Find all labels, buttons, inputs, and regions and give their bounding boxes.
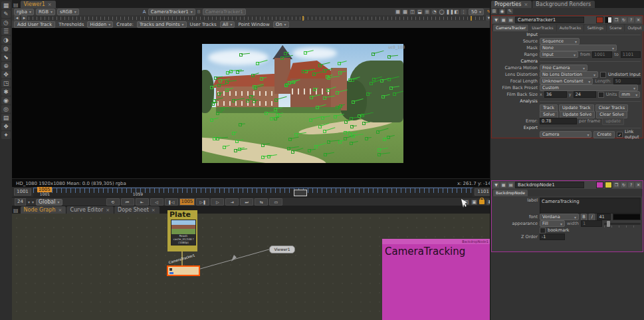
slider-handle[interactable] [607, 221, 610, 227]
tab-dope-sheet[interactable]: Dope Sheet× [114, 206, 160, 214]
units-dropdown[interactable]: mm▾ [619, 91, 640, 98]
export-dropdown[interactable]: Camera▾ [540, 131, 591, 138]
tab-settings[interactable]: Settings [584, 25, 606, 31]
input-a-dropdown[interactable]: CameraTracker1▾ [148, 9, 195, 15]
undistort-checkbox[interactable] [600, 72, 606, 78]
proxy-toggle-icon[interactable]: ▣ [471, 200, 477, 205]
bold-button[interactable]: B [581, 214, 587, 221]
range-mode-dropdown[interactable]: Global▾ [36, 199, 62, 206]
help-icon[interactable]: ? [628, 17, 634, 23]
units-checkbox[interactable] [598, 92, 604, 98]
keyframe-strip[interactable] [29, 17, 484, 20]
node-name-field[interactable]: BackdropNode1 [515, 182, 584, 188]
error-update-button[interactable]: update [602, 118, 624, 125]
node-color-swatch[interactable] [596, 182, 603, 188]
help-icon[interactable]: ? [628, 182, 634, 188]
close-icon[interactable]: × [524, 2, 528, 7]
monitor-out-icon[interactable]: ⬓ [417, 9, 423, 15]
camera-motion-dropdown[interactable]: Free Camera▾ [540, 65, 588, 71]
close-icon[interactable]: × [58, 208, 62, 213]
strip-fwd-icon[interactable]: ▸ [21, 15, 27, 21]
add-user-track-button[interactable]: Add User Track [14, 21, 55, 28]
error-field[interactable]: 0.78 [540, 118, 577, 124]
other-icon[interactable]: ✦ [1, 131, 11, 139]
tab-properties[interactable]: Properties × [491, 1, 532, 8]
close-icon[interactable]: ✕ [635, 182, 641, 188]
toolsets-icon[interactable]: ❖ [1, 122, 11, 130]
range-b-icon[interactable]: ▭ [269, 198, 282, 206]
italic-button[interactable]: / [589, 214, 595, 221]
thresholds-dropdown[interactable]: Hidden▾ [87, 21, 113, 28]
tab-cameratracker[interactable]: CameraTracker [493, 25, 528, 31]
center-icon[interactable]: ▦ [500, 17, 506, 23]
fb-x-field[interactable]: 36 [544, 91, 567, 98]
checker-icon[interactable]: ▩ [402, 9, 408, 15]
update-track-button[interactable]: Update Track [559, 104, 594, 112]
proxy-icon[interactable]: ◧ [453, 9, 459, 15]
range-from-field[interactable]: 1001 [592, 51, 612, 58]
goto-end-icon[interactable]: ⏭ [240, 198, 253, 206]
strip-back-icon[interactable]: ◂ [14, 15, 20, 21]
source-dropdown[interactable]: Sequence▾ [540, 38, 580, 45]
draw-icon[interactable]: ✎ [1, 10, 11, 18]
wipe-icon[interactable]: ◫ [409, 9, 415, 15]
caret-icon[interactable]: ▾ [28, 200, 30, 204]
time-icon[interactable]: ◷ [1, 19, 11, 27]
range-a-icon[interactable]: ⇆ [255, 198, 268, 206]
caret-icon[interactable]: ▾ [32, 200, 34, 204]
point-window-dropdown[interactable]: On▾ [273, 21, 289, 28]
focal-length-dropdown[interactable]: Unknown Constant▾ [540, 78, 593, 84]
roi-icon[interactable]: ◯ [439, 9, 445, 15]
channel-icon[interactable]: ☰ [1, 27, 11, 35]
cameratracker-node[interactable] [167, 265, 200, 276]
link-output-checkbox[interactable]: ✓ [617, 132, 623, 138]
image-icon[interactable]: ▦ [1, 1, 11, 9]
play-back-icon[interactable]: ❚◁ [165, 198, 178, 206]
channels-icon[interactable]: ☰ [424, 9, 430, 15]
pane-menu-icon[interactable]: ▤ [13, 2, 19, 8]
manage-icon[interactable]: ▤ [508, 17, 514, 23]
close-icon[interactable]: ✕ [635, 17, 641, 23]
tab-output[interactable]: Output [625, 25, 644, 31]
font-dropdown[interactable]: Verdana▾ [540, 214, 579, 220]
layout-icon[interactable]: ⊞ [491, 9, 497, 14]
tab-scene[interactable]: Scene [607, 25, 624, 31]
merge-icon[interactable]: ⊕ [1, 62, 11, 70]
mask-dropdown[interactable]: None▾ [540, 45, 617, 51]
loop-icon[interactable]: ⟲ [106, 198, 120, 206]
tab-backdropnode[interactable]: BackdropNode [493, 190, 528, 196]
filmback-preset-dropdown[interactable]: Custom▾ [540, 84, 638, 91]
lut-dropdown[interactable]: sRGB▾ [57, 9, 79, 15]
lock-icon[interactable] [479, 200, 484, 204]
font-color-swatch[interactable] [613, 214, 641, 220]
goto-start-icon[interactable]: ⏮ [121, 198, 134, 206]
channels-dropdown[interactable]: rgba▾ [14, 9, 34, 15]
create-dropdown[interactable]: Tracks and Points▾ [137, 21, 187, 28]
edit-icon[interactable]: ✎ [507, 9, 513, 14]
manage-icon[interactable]: ▤ [508, 182, 514, 188]
color-icon[interactable]: ◑ [1, 36, 11, 44]
track-button[interactable]: Track [540, 104, 558, 112]
step-back-icon[interactable]: ◁ [150, 198, 163, 206]
gl-color-swatch[interactable] [605, 17, 612, 23]
collapse-icon[interactable]: ▼ [493, 182, 499, 188]
collapse-icon[interactable]: ▼ [493, 17, 499, 23]
width-field[interactable]: 1 [581, 220, 602, 227]
tab-usertracks[interactable]: UserTracks [529, 25, 556, 31]
clear-tracks-button[interactable]: Clear Tracks [595, 104, 628, 112]
step-fwd-icon[interactable]: ▷ [211, 198, 224, 206]
read-node[interactable]: Read1 castle_01/108 f (1080p) [171, 220, 196, 245]
create-button[interactable]: Create [593, 131, 615, 138]
deep-icon[interactable]: ◉ [1, 96, 11, 104]
playhead[interactable]: 1005 [37, 187, 52, 192]
range-dropdown[interactable]: Input▾ [540, 51, 578, 58]
timeline-strip[interactable]: 1005 1001 1059 [33, 188, 473, 197]
pin-icon[interactable]: ◉ [499, 9, 505, 14]
keyer-icon[interactable]: ⬊ [1, 53, 11, 61]
frame-counter[interactable]: 1005 [179, 198, 195, 206]
label-textarea[interactable]: CameraTracking [540, 198, 641, 214]
filter-icon[interactable]: ◍ [1, 45, 11, 53]
cameratracking-backdrop[interactable]: BackdropNode1 CameraTracking [382, 239, 490, 320]
particles-icon[interactable]: ✱ [1, 88, 11, 96]
font-size-field[interactable]: 41 [597, 214, 611, 220]
